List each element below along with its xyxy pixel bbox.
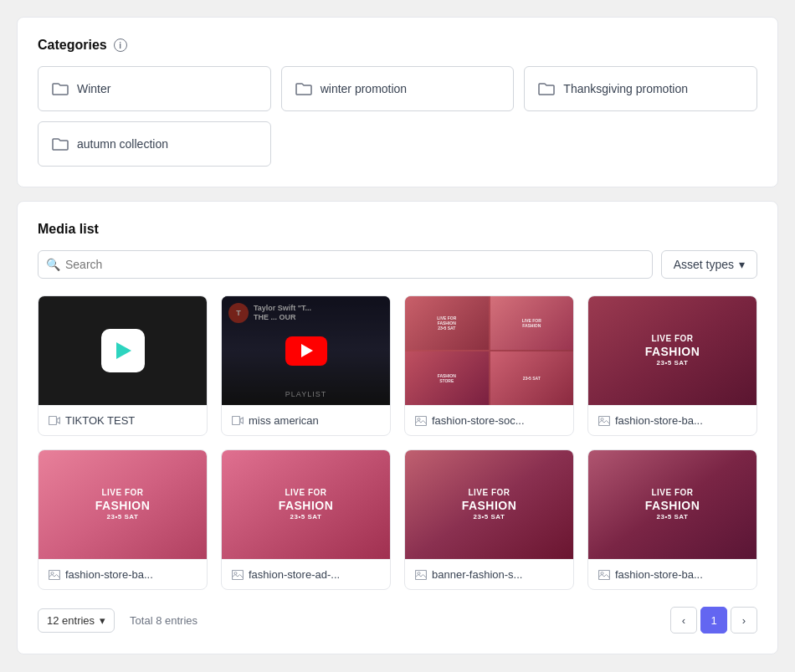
category-label: autumn collection xyxy=(77,137,168,151)
media-thumbnail: T Taylor Swift "T...THE ... OUR PLAYLIST xyxy=(222,296,390,405)
svg-rect-1 xyxy=(233,417,240,425)
media-thumbnail: LIVE FOR FASHION 23•5 SAT xyxy=(405,450,573,559)
media-item-label: banner-fashion-s... xyxy=(405,559,573,589)
fashion-cell-3: FASHIONSTORE xyxy=(405,351,489,405)
media-item-fashion-ba-1[interactable]: LIVE FOR FASHION 23•5 SAT fashion-store-… xyxy=(587,295,757,436)
folder-icon xyxy=(52,137,69,151)
category-label: Winter xyxy=(77,82,110,95)
youtube-overlay xyxy=(222,296,390,405)
media-label-text: fashion-store-ba... xyxy=(65,568,153,581)
entries-label: 12 entries xyxy=(47,614,95,627)
svg-point-5 xyxy=(601,418,603,420)
svg-point-9 xyxy=(234,572,237,574)
svg-rect-6 xyxy=(49,570,60,579)
media-item-label: fashion-store-ba... xyxy=(588,405,757,435)
pagination-row: 12 entries ▾ Total 8 entries ‹ 1 › xyxy=(38,607,757,634)
media-item-fashion-ba-2[interactable]: LIVE FOR FASHION 23•5 SAT fashion-store-… xyxy=(38,449,208,590)
media-thumbnail xyxy=(38,296,207,405)
play-button xyxy=(101,329,145,372)
media-thumbnail: LIVE FOR FASHION 23•5 SAT xyxy=(588,296,757,405)
categories-section: Categories i Winter winter promotion Tha… xyxy=(17,17,778,187)
category-label: winter promotion xyxy=(321,82,408,95)
fashion-text: LIVE FOR FASHION 23•5 SAT xyxy=(588,450,757,559)
folder-icon xyxy=(295,82,312,95)
categories-grid: Winter winter promotion Thanksgiving pro… xyxy=(38,66,757,111)
play-icon xyxy=(301,344,313,357)
asset-types-button[interactable]: Asset types ▾ xyxy=(661,250,757,279)
media-thumbnail: LIVE FOR FASHION 23•5 SAT xyxy=(588,450,757,559)
search-wrapper: 🔍 xyxy=(38,250,653,279)
entries-select[interactable]: 12 entries ▾ xyxy=(38,608,115,633)
media-grid: TIKTOK TEST T Taylor Swift "T...THE ... … xyxy=(38,295,757,590)
media-item-label: fashion-store-ad-... xyxy=(222,559,390,589)
media-item-label: fashion-store-soc... xyxy=(405,405,573,435)
media-item-banner-fashion[interactable]: LIVE FOR FASHION 23•5 SAT banner-fashion… xyxy=(404,449,574,590)
media-item-fashion-ba-3[interactable]: LIVE FOR FASHION 23•5 SAT fashion-store-… xyxy=(587,449,757,590)
total-entries: Total 8 entries xyxy=(130,614,197,627)
media-label-text: TIKTOK TEST xyxy=(65,414,135,427)
fashion-grid-thumb: LIVE FORFASHION23•5 SAT LIVE FORFASHION … xyxy=(405,296,573,405)
play-triangle-icon xyxy=(116,342,131,359)
media-label-text: fashion-store-soc... xyxy=(432,414,525,427)
media-item-label: TIKTOK TEST xyxy=(38,405,207,435)
image-icon xyxy=(598,570,610,580)
video-icon xyxy=(232,416,244,425)
category-item-thanksgiving-promotion[interactable]: Thanksgiving promotion xyxy=(524,66,757,111)
svg-rect-0 xyxy=(49,417,57,425)
media-label-text: fashion-store-ba... xyxy=(615,414,703,427)
media-label-text: fashion-store-ba... xyxy=(615,568,703,581)
svg-rect-10 xyxy=(416,570,427,579)
pagination-next-button[interactable]: › xyxy=(731,607,757,634)
image-icon xyxy=(598,416,610,426)
media-item-tiktok[interactable]: TIKTOK TEST xyxy=(38,295,208,436)
pagination-left: 12 entries ▾ Total 8 entries xyxy=(38,608,197,633)
pagination-prev-button[interactable]: ‹ xyxy=(670,607,697,634)
media-thumbnail: LIVE FORFASHION23•5 SAT LIVE FORFASHION … xyxy=(405,296,573,405)
image-icon xyxy=(232,570,244,580)
media-item-label: fashion-store-ba... xyxy=(588,559,757,589)
fashion-text: LIVE FOR FASHION 23•5 SAT xyxy=(588,296,757,405)
svg-rect-4 xyxy=(599,416,610,425)
search-row: 🔍 Asset types ▾ xyxy=(38,250,757,279)
fashion-inner: LIVE FOR FASHION 23•5 SAT xyxy=(222,450,390,559)
chevron-down-icon: ▾ xyxy=(739,258,745,271)
video-icon xyxy=(49,416,60,425)
search-icon: 🔍 xyxy=(46,258,60,271)
folder-icon xyxy=(538,82,555,95)
category-item-winter[interactable]: Winter xyxy=(38,66,271,111)
chevron-down-icon: ▾ xyxy=(100,614,105,627)
fashion-inner: LIVE FOR FASHION 23•5 SAT xyxy=(588,296,757,405)
fashion-inner: LIVE FOR FASHION 23•5 SAT xyxy=(38,450,207,559)
svg-point-7 xyxy=(51,572,54,574)
fashion-text: LIVE FOR FASHION 23•5 SAT xyxy=(38,450,207,559)
asset-types-label: Asset types xyxy=(674,258,734,271)
folder-icon xyxy=(52,82,69,95)
image-icon xyxy=(415,416,427,426)
image-icon xyxy=(415,570,427,580)
category-label: Thanksgiving promotion xyxy=(563,82,688,95)
media-list-title: Media list xyxy=(38,222,757,237)
youtube-play-button xyxy=(285,336,327,366)
fashion-text: LIVE FOR FASHION 23•5 SAT xyxy=(222,450,390,559)
svg-point-13 xyxy=(601,572,603,574)
media-item-label: miss american xyxy=(222,405,390,435)
search-input[interactable] xyxy=(38,250,653,279)
category-item-autumn-collection[interactable]: autumn collection xyxy=(38,121,271,167)
fashion-cell-4: 23•5 SAT xyxy=(490,351,574,405)
media-label-text: fashion-store-ad-... xyxy=(249,568,340,581)
categories-title: Categories i xyxy=(38,38,757,53)
category-item-winter-promotion[interactable]: winter promotion xyxy=(281,66,515,111)
fashion-cell-2: LIVE FORFASHION xyxy=(490,296,574,350)
image-icon xyxy=(49,570,60,580)
svg-rect-8 xyxy=(233,570,244,579)
media-item-label: fashion-store-ba... xyxy=(38,559,207,589)
media-item-miss-american[interactable]: T Taylor Swift "T...THE ... OUR PLAYLIST xyxy=(221,295,391,436)
media-item-fashion-ad[interactable]: LIVE FOR FASHION 23•5 SAT fashion-store-… xyxy=(221,449,391,590)
fashion-inner: LIVE FOR FASHION 23•5 SAT xyxy=(405,450,573,559)
svg-rect-2 xyxy=(416,416,427,425)
pagination-page-1[interactable]: 1 xyxy=(700,607,727,634)
categories-info-icon[interactable]: i xyxy=(114,38,127,52)
categories-heading: Categories xyxy=(38,38,107,53)
media-item-fashion-soc[interactable]: LIVE FORFASHION23•5 SAT LIVE FORFASHION … xyxy=(404,295,574,436)
media-label-text: miss american xyxy=(249,414,319,427)
